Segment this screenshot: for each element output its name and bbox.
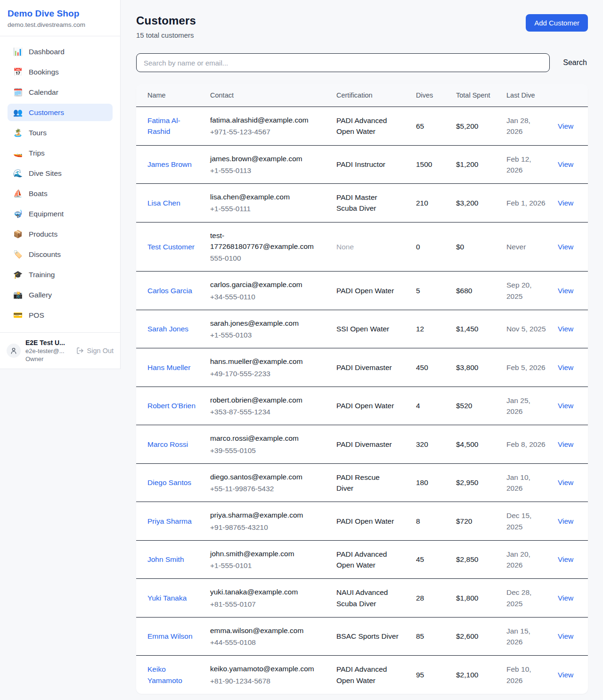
- table-row: Test Customer test-1772681807767@example…: [136, 222, 588, 272]
- user-email: e2e-tester@...: [25, 347, 72, 354]
- customer-last-dive: Jan 20, 2026: [501, 540, 552, 579]
- customer-total-spent: $680: [450, 272, 501, 310]
- customer-phone: +971-55-123-4567: [210, 126, 325, 137]
- customer-name-link-carlos-garcia[interactable]: Carlos Garcia: [147, 287, 192, 295]
- customer-name-link-james-brown[interactable]: James Brown: [147, 160, 192, 168]
- sidebar-item-tours[interactable]: 🏝️ Tours: [8, 124, 113, 141]
- sign-out-label: Sign Out: [87, 347, 114, 354]
- table-row: Robert O'Brien robert.obrien@example.com…: [136, 387, 588, 425]
- sidebar-item-calendar[interactable]: 🗓️ Calendar: [8, 83, 113, 101]
- column-header-total-spent: Total Spent: [450, 84, 501, 107]
- view-customer-link[interactable]: View: [558, 363, 573, 371]
- app-layout: Demo Dive Shop demo.test.divestreams.com…: [0, 0, 603, 700]
- add-customer-button[interactable]: Add Customer: [526, 14, 588, 32]
- customer-total-spent: $1,800: [450, 579, 501, 618]
- view-customer-link[interactable]: View: [558, 594, 573, 602]
- sidebar-item-trips[interactable]: 🚤 Trips: [8, 144, 113, 162]
- view-customer-link[interactable]: View: [558, 287, 573, 295]
- customer-dives: 180: [410, 463, 450, 502]
- customer-certification: NAUI Advanced Scuba Diver: [336, 587, 399, 609]
- search-button[interactable]: Search: [562, 57, 588, 69]
- nav-item-icon: 💳: [13, 311, 23, 320]
- sign-out-button[interactable]: Sign Out: [76, 347, 114, 354]
- nav-item-label: Dashboard: [29, 48, 65, 56]
- customer-name-link-test-customer[interactable]: Test Customer: [147, 243, 195, 251]
- sidebar-item-gallery[interactable]: 📸 Gallery: [8, 286, 113, 304]
- column-header-name: Name: [136, 84, 204, 107]
- sidebar-item-discounts[interactable]: 🏷️ Discounts: [8, 246, 113, 263]
- customer-last-dive: Feb 5, 2026: [501, 348, 552, 387]
- customer-email: keiko.yamamoto@example.com: [210, 663, 325, 674]
- customer-name-link-hans-mueller[interactable]: Hans Mueller: [147, 363, 190, 371]
- customer-name-link-lisa-chen[interactable]: Lisa Chen: [147, 199, 180, 207]
- sidebar-item-customers[interactable]: 👥 Customers: [8, 104, 113, 121]
- view-customer-link[interactable]: View: [558, 478, 573, 486]
- sidebar-item-dive-sites[interactable]: 🌊 Dive Sites: [8, 165, 113, 182]
- sidebar-item-training[interactable]: 🎓 Training: [8, 266, 113, 283]
- customer-dives: 45: [410, 540, 450, 579]
- nav-item-icon: 📅: [13, 67, 23, 76]
- view-customer-link[interactable]: View: [558, 555, 573, 563]
- sidebar-item-dashboard[interactable]: 📊 Dashboard: [8, 43, 113, 60]
- view-customer-link[interactable]: View: [558, 632, 573, 640]
- customer-name-link-robert-o-brien[interactable]: Robert O'Brien: [147, 402, 196, 410]
- sidebar-item-equipment[interactable]: 🤿 Equipment: [8, 205, 113, 222]
- customer-name-link-sarah-jones[interactable]: Sarah Jones: [147, 325, 188, 333]
- customer-email: diego.santos@example.com: [210, 471, 325, 482]
- customer-phone: +39-555-0105: [210, 445, 325, 456]
- view-customer-link[interactable]: View: [558, 122, 573, 130]
- customer-email: fatima.alrashid@example.com: [210, 115, 325, 125]
- customer-certification: PADI Divemaster: [336, 362, 392, 373]
- nav-item-label: Training: [29, 271, 55, 279]
- customers-table: Name Contact Certification Dives Total S…: [136, 84, 588, 694]
- user-meta: E2E Test U... e2e-tester@... Owner: [25, 339, 72, 362]
- customer-email: john.smith@example.com: [210, 548, 325, 559]
- sidebar-item-pos[interactable]: 💳 POS: [8, 306, 113, 324]
- customer-dives: 0: [410, 222, 450, 272]
- shop-name: Demo Dive Shop: [8, 8, 113, 19]
- customer-phone: +81-90-1234-5678: [210, 675, 325, 686]
- nav-item-icon: 🤿: [13, 209, 23, 218]
- nav-item-label: Calendar: [29, 88, 58, 97]
- customer-name-link-emma-wilson[interactable]: Emma Wilson: [147, 632, 193, 640]
- page-header: Customers 15 total customers Add Custome…: [136, 14, 588, 39]
- view-customer-link[interactable]: View: [558, 160, 573, 168]
- customer-dives: 65: [410, 107, 450, 146]
- user-role: Owner: [25, 355, 72, 362]
- customer-phone: +1-555-0101: [210, 560, 325, 571]
- view-customer-link[interactable]: View: [558, 440, 573, 448]
- view-customer-link[interactable]: View: [558, 243, 573, 251]
- search-input[interactable]: [136, 53, 550, 72]
- customer-dives: 28: [410, 579, 450, 618]
- nav-item-label: Boats: [29, 189, 48, 198]
- sidebar-item-products[interactable]: 📦 Products: [8, 225, 113, 243]
- customer-phone: +55-11-99876-5432: [210, 483, 325, 494]
- table-header: Name Contact Certification Dives Total S…: [136, 84, 588, 107]
- person-icon: [10, 347, 17, 354]
- customer-name-link-keiko-yamamoto[interactable]: Keiko Yamamoto: [147, 665, 182, 684]
- customer-name-link-fatima-al-rashid[interactable]: Fatima Al-Rashid: [147, 116, 180, 135]
- customer-certification: PADI Advanced Open Water: [336, 115, 399, 137]
- customer-phone: +1-555-0113: [210, 165, 325, 176]
- sidebar-item-bookings[interactable]: 📅 Bookings: [8, 63, 113, 81]
- customer-dives: 4: [410, 387, 450, 425]
- nav-item-icon: 📸: [13, 290, 23, 299]
- customer-last-dive: Feb 12, 2026: [501, 145, 552, 184]
- customer-name-link-diego-santos[interactable]: Diego Santos: [147, 478, 191, 486]
- nav-item-label: Bookings: [29, 68, 59, 76]
- customer-name-link-priya-sharma[interactable]: Priya Sharma: [147, 517, 192, 525]
- view-customer-link[interactable]: View: [558, 671, 573, 679]
- view-customer-link[interactable]: View: [558, 402, 573, 410]
- sidebar-item-boats[interactable]: ⛵ Boats: [8, 185, 113, 202]
- customer-name-link-yuki-tanaka[interactable]: Yuki Tanaka: [147, 594, 187, 602]
- view-customer-link[interactable]: View: [558, 199, 573, 207]
- customer-name-link-marco-rossi[interactable]: Marco Rossi: [147, 440, 188, 448]
- view-customer-link[interactable]: View: [558, 517, 573, 525]
- customer-name-link-john-smith[interactable]: John Smith: [147, 555, 184, 563]
- view-customer-link[interactable]: View: [558, 325, 573, 333]
- nav-item-label: Customers: [29, 108, 64, 117]
- customer-dives: 210: [410, 184, 450, 222]
- search-bar: Search: [136, 53, 588, 72]
- column-header-last-dive: Last Dive: [501, 84, 552, 107]
- table-row: James Brown james.brown@example.com +1-5…: [136, 145, 588, 184]
